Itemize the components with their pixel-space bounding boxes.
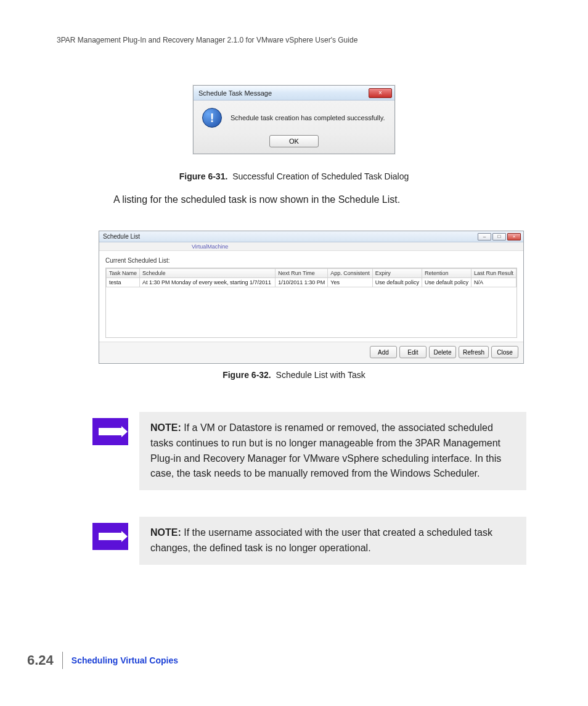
dialog-figure: Schedule Task Message × ! Schedule task … bbox=[0, 85, 588, 154]
note-prefix-2: NOTE: bbox=[150, 527, 181, 538]
window-controls: – □ × bbox=[478, 233, 521, 240]
cell-task-name: testa bbox=[107, 278, 140, 287]
cell-app-consistent: Yes bbox=[328, 278, 373, 287]
footer-separator bbox=[62, 652, 63, 669]
close-icon[interactable]: × bbox=[507, 233, 521, 240]
paragraph-1: A listing for the scheduled task is now … bbox=[113, 192, 526, 207]
delete-button[interactable]: Delete bbox=[429, 346, 456, 358]
note-arrow-icon bbox=[92, 418, 128, 445]
note-prefix-1: NOTE: bbox=[150, 422, 181, 433]
schedule-table: Task Name Schedule Next Run Time App. Co… bbox=[106, 268, 517, 287]
page-number: 6.24 bbox=[27, 652, 54, 668]
schedule-list-title: Schedule List bbox=[103, 233, 478, 240]
schedule-button-row: Add Edit Delete Refresh Close bbox=[99, 342, 523, 363]
schedule-table-wrap: Task Name Schedule Next Run Time App. Co… bbox=[105, 268, 517, 338]
col-app-consistent[interactable]: App. Consistent bbox=[328, 269, 373, 278]
add-button[interactable]: Add bbox=[370, 346, 397, 358]
note-box-1: NOTE: If a VM or Datastore is renamed or… bbox=[139, 412, 526, 490]
close-icon[interactable]: × bbox=[369, 88, 392, 98]
col-last-run[interactable]: Last Run Result bbox=[471, 269, 516, 278]
page-footer: 6.24 Scheduling Virtual Copies bbox=[27, 652, 178, 669]
current-scheduled-list-label: Current Scheduled List: bbox=[105, 257, 517, 264]
dialog-titlebar: Schedule Task Message × bbox=[194, 86, 394, 101]
close-button[interactable]: Close bbox=[491, 346, 518, 358]
table-header-row: Task Name Schedule Next Run Time App. Co… bbox=[107, 269, 517, 278]
dialog-body: ! Schedule task creation has completed s… bbox=[194, 101, 394, 133]
dialog-button-row: OK bbox=[194, 133, 394, 154]
col-expiry[interactable]: Expiry bbox=[372, 269, 422, 278]
cell-last-run: N/A bbox=[471, 278, 516, 287]
col-schedule[interactable]: Schedule bbox=[140, 269, 276, 278]
table-row[interactable]: testa At 1:30 PM Monday of every week, s… bbox=[107, 278, 517, 287]
maximize-icon[interactable]: □ bbox=[492, 233, 506, 240]
dialog-title: Schedule Task Message bbox=[198, 89, 369, 97]
schedule-list-window: Schedule List – □ × VirtualMachine Curre… bbox=[99, 231, 524, 364]
note-box-2: NOTE: If the username associated with th… bbox=[139, 517, 526, 565]
section-title: Scheduling Virtual Copies bbox=[71, 655, 178, 665]
figure-label-1: Figure 6-31. bbox=[179, 171, 228, 181]
note-arrow-icon bbox=[92, 523, 128, 550]
figure-label-2: Figure 6-32. bbox=[223, 370, 271, 380]
type-value: VirtualMachine bbox=[192, 244, 228, 250]
note-1: NOTE: If a VM or Datastore is renamed or… bbox=[92, 412, 526, 490]
note-2: NOTE: If the username associated with th… bbox=[92, 517, 526, 565]
edit-button[interactable]: Edit bbox=[399, 346, 427, 358]
figure-text-2: Schedule List with Task bbox=[276, 370, 365, 380]
doc-header: 3PAR Management Plug-In and Recovery Man… bbox=[57, 36, 357, 44]
col-next-run[interactable]: Next Run Time bbox=[276, 269, 328, 278]
cell-schedule: At 1:30 PM Monday of every week, startin… bbox=[140, 278, 276, 287]
note-body-1: If a VM or Datastore is renamed or remov… bbox=[150, 422, 501, 478]
schedule-list-inner: Current Scheduled List: Task Name Schedu… bbox=[99, 251, 523, 342]
col-retention[interactable]: Retention bbox=[422, 269, 471, 278]
figure-caption-1: Figure 6-31. Successful Creation of Sche… bbox=[0, 171, 588, 181]
minimize-icon[interactable]: – bbox=[478, 233, 491, 240]
note-body-2: If the username associated with the user… bbox=[150, 527, 492, 553]
schedule-task-message-dialog: Schedule Task Message × ! Schedule task … bbox=[193, 85, 395, 154]
schedule-list-subheader: VirtualMachine bbox=[99, 242, 523, 251]
cell-retention: Use default policy bbox=[422, 278, 471, 287]
cell-next-run: 1/10/2011 1:30 PM bbox=[276, 278, 328, 287]
refresh-button[interactable]: Refresh bbox=[459, 346, 489, 358]
info-icon: ! bbox=[202, 108, 222, 128]
col-task-name[interactable]: Task Name bbox=[107, 269, 140, 278]
figure-caption-2: Figure 6-32. Schedule List with Task bbox=[0, 370, 588, 380]
cell-expiry: Use default policy bbox=[372, 278, 422, 287]
ok-button[interactable]: OK bbox=[269, 135, 319, 147]
dialog-message: Schedule task creation has completed suc… bbox=[231, 114, 385, 121]
schedule-list-titlebar: Schedule List – □ × bbox=[99, 231, 523, 242]
figure-text-1: Successful Creation of Scheduled Task Di… bbox=[232, 171, 409, 181]
